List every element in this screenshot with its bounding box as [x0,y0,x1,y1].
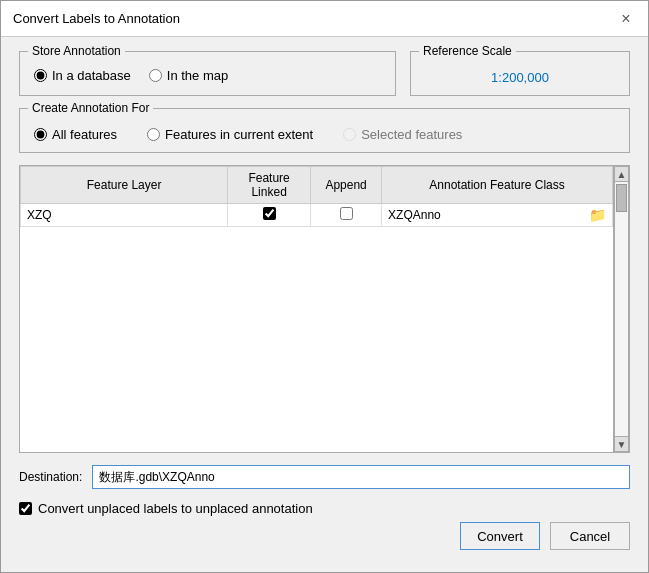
cell-annotation-class: XZQAnno 📁 [382,204,613,227]
footer-buttons: Convert Cancel [19,522,630,554]
table-scrollbar[interactable]: ▲ ▼ [613,166,629,452]
create-annotation-legend: Create Annotation For [28,101,153,115]
col-feature-layer: Feature Layer [21,167,228,204]
reference-scale-value: 1:200,000 [425,70,615,85]
create-annotation-options: All features Features in current extent … [34,127,615,142]
convert-unplaced-label: Convert unplaced labels to unplaced anno… [38,501,313,516]
features-extent-label: Features in current extent [165,127,313,142]
store-annotation-options: In a database In the map [34,68,381,83]
col-append: Append [311,167,382,204]
append-checkbox[interactable] [340,207,353,220]
title-bar: Convert Labels to Annotation × [1,1,648,37]
col-feature-linked: FeatureLinked [228,167,311,204]
store-map-label: In the map [167,68,228,83]
store-database-radio[interactable] [34,69,47,82]
convert-labels-dialog: Convert Labels to Annotation × Store Ann… [0,0,649,573]
table-wrapper: Feature Layer FeatureLinked Append Annot… [20,166,613,452]
store-database-option[interactable]: In a database [34,68,131,83]
create-annotation-section: Create Annotation For All features Featu… [19,108,630,153]
reference-scale-legend: Reference Scale [419,44,516,58]
close-button[interactable]: × [616,9,636,29]
cancel-button[interactable]: Cancel [550,522,630,550]
store-map-radio[interactable] [149,69,162,82]
reference-scale-section: Reference Scale 1:200,000 [410,51,630,96]
annotation-table: Feature Layer FeatureLinked Append Annot… [20,166,613,227]
features-extent-radio[interactable] [147,128,160,141]
selected-features-radio[interactable] [343,128,356,141]
all-features-option[interactable]: All features [34,127,117,142]
folder-browse-icon[interactable]: 📁 [589,207,606,223]
feature-linked-checkbox[interactable] [263,207,276,220]
store-annotation-section: Store Annotation In a database In the ma… [19,51,396,96]
store-annotation-legend: Store Annotation [28,44,125,58]
destination-row: Destination: [19,465,630,489]
selected-features-option[interactable]: Selected features [343,127,462,142]
store-database-label: In a database [52,68,131,83]
destination-input[interactable] [92,465,630,489]
feature-table: Feature Layer FeatureLinked Append Annot… [19,165,630,453]
store-map-option[interactable]: In the map [149,68,228,83]
dialog-body: Store Annotation In a database In the ma… [1,37,648,572]
scroll-track[interactable] [614,182,629,436]
bottom-section: Convert unplaced labels to unplaced anno… [19,501,630,562]
top-sections: Store Annotation In a database In the ma… [19,51,630,96]
cell-append [311,204,382,227]
scroll-thumb[interactable] [616,184,627,212]
convert-unplaced-row: Convert unplaced labels to unplaced anno… [19,501,630,516]
convert-button[interactable]: Convert [460,522,540,550]
table-row: XZQ XZQAnno 📁 [21,204,613,227]
col-annotation-feature-class: Annotation Feature Class [382,167,613,204]
cell-feature-linked [228,204,311,227]
features-extent-option[interactable]: Features in current extent [147,127,313,142]
table-with-scrollbar: Feature Layer FeatureLinked Append Annot… [20,166,629,452]
cell-feature-layer: XZQ [21,204,228,227]
convert-unplaced-checkbox[interactable] [19,502,32,515]
selected-features-label: Selected features [361,127,462,142]
scroll-down-arrow[interactable]: ▼ [614,436,629,452]
all-features-radio[interactable] [34,128,47,141]
scroll-up-arrow[interactable]: ▲ [614,166,629,182]
dialog-title: Convert Labels to Annotation [13,11,180,26]
all-features-label: All features [52,127,117,142]
destination-label: Destination: [19,470,82,484]
